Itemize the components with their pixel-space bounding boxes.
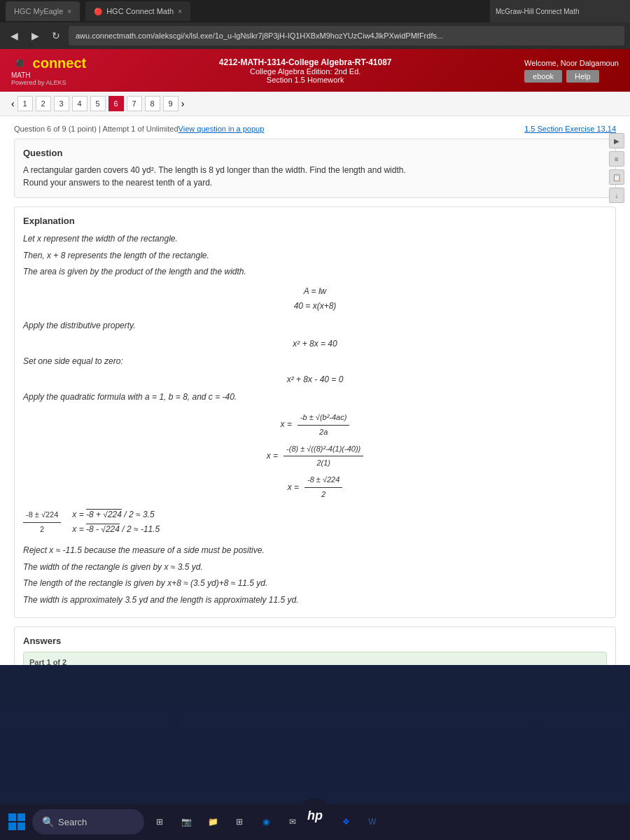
tab-close-icon[interactable]: × xyxy=(67,8,71,15)
course-code: 4212-MATH-1314-College Algebra-RT-41087 xyxy=(219,57,392,67)
step-5: Set one side equal to zero: xyxy=(23,354,607,370)
length-note: The length of the rectangle is given by … xyxy=(23,576,607,592)
welcome-area: Welcome, Noor Dalgamoun ebook Help xyxy=(524,59,619,83)
summary-note: The width is approximately 3.5 yd and th… xyxy=(23,593,607,608)
tab-mcgraw[interactable]: McGraw-Hill Connect Math xyxy=(496,8,579,15)
page-7[interactable]: 7 xyxy=(127,96,142,111)
connect-math-subtitle: MATH xyxy=(11,71,86,79)
refresh-button[interactable]: ↻ xyxy=(48,27,64,44)
sidebar-icon-2[interactable]: ≡ xyxy=(609,151,624,167)
question-body: A rectangular garden covers 40 yd². The … xyxy=(23,165,406,175)
url-text: awu.connectmath.com/alekscgi/x/lsl.exe/1… xyxy=(76,31,443,40)
sol-positive: x = -8 + √224 / 2 ≈ 3.5 x = -8 - √224 / … xyxy=(72,507,160,538)
answers-title: Answers xyxy=(23,636,607,646)
help-button[interactable]: Help xyxy=(566,70,599,83)
connect-header: ◾ connect MATH Powered by ALEKS 4212-MAT… xyxy=(0,49,630,92)
round-instruction: Round your answers to the nearest tenth … xyxy=(23,178,212,188)
page-2[interactable]: 2 xyxy=(36,96,51,111)
pagination-bar: ‹ 1 2 3 4 5 6 7 8 9 › xyxy=(0,92,630,116)
tab-hgc-myeagle[interactable]: HGC MyEagle × xyxy=(6,1,80,21)
question-text: A rectangular garden covers 40 yd². The … xyxy=(23,164,607,189)
step-3: The area is given by the product of the … xyxy=(23,265,607,280)
search-label: Search xyxy=(58,817,87,827)
folder-button[interactable]: 📁 xyxy=(202,811,224,833)
connect-logo: ◾ connect MATH Powered by ALEKS xyxy=(11,55,86,86)
formula-area: A = lw 40 = x(x+8) xyxy=(23,284,607,314)
next-page-btn[interactable]: › xyxy=(181,98,185,109)
reject-note: Reject x ≈ -11.5 because the measure of … xyxy=(23,543,607,559)
connect-math-page: ◾ connect MATH Powered by ALEKS 4212-MAT… xyxy=(0,49,630,665)
answers-box: Answers Part 1 of 2 The length is approx… xyxy=(14,626,616,665)
sidebar-icon-1[interactable]: ▶ xyxy=(609,133,624,148)
question-title: Question xyxy=(23,148,607,158)
browser-content: ◾ connect MATH Powered by ALEKS 4212-MAT… xyxy=(0,49,630,665)
answer-part1: Part 1 of 2 The length is approximately … xyxy=(23,652,607,665)
page-1[interactable]: 1 xyxy=(18,96,33,111)
question-meta: Question 6 of 9 (1 point) | Attempt 1 of… xyxy=(14,125,178,133)
question-box: Question A rectangular garden covers 40 … xyxy=(14,139,616,198)
sidebar-icon-4[interactable]: ↓ xyxy=(609,188,624,203)
part1-label: Part 1 of 2 xyxy=(29,658,601,665)
step-expand: x² + 8x = 40 xyxy=(23,337,607,352)
powered-by: Powered by ALEKS xyxy=(11,79,86,86)
course-info: 4212-MATH-1314-College Algebra-RT-41087 … xyxy=(219,57,392,84)
sidebar-icon-3[interactable]: 📋 xyxy=(609,169,624,185)
page-5[interactable]: 5 xyxy=(90,96,106,111)
tab-connect-math[interactable]: 🔴 HGC Connect Math × xyxy=(85,1,190,21)
course-name: College Algebra Edition: 2nd Ed. xyxy=(219,67,392,76)
page-3[interactable]: 3 xyxy=(54,96,69,111)
taskbar-search[interactable]: 🔍 Search xyxy=(32,809,144,834)
quadratic-formula: x = -b ± √(b²-4ac) 2a x = -(8) ± √((8)²-… xyxy=(23,411,607,502)
step-6: Apply the quadratic formula with a = 1, … xyxy=(23,390,607,405)
word-button[interactable]: W xyxy=(361,811,384,833)
hp-logo: hp xyxy=(298,798,332,833)
section-ref[interactable]: 1.5 Section Exercise 13,14 xyxy=(524,125,616,133)
step-2: Then, x + 8 represents the length of the… xyxy=(23,248,607,264)
start-button[interactable] xyxy=(6,811,28,833)
connect-brand: ◾ connect xyxy=(11,55,86,71)
question-header: Question 6 of 9 (1 point) | Attempt 1 of… xyxy=(14,125,616,133)
tab-close-icon2[interactable]: × xyxy=(178,8,182,15)
tab-icon: 🔴 xyxy=(94,8,102,15)
width-note: The width of the rectangle is given by x… xyxy=(23,560,607,575)
search-icon: 🔍 xyxy=(42,816,54,827)
edge-button[interactable]: ◉ xyxy=(255,811,277,833)
prev-page-btn[interactable]: ‹ xyxy=(11,98,15,109)
page-9[interactable]: 9 xyxy=(163,96,178,111)
page-4[interactable]: 4 xyxy=(72,96,88,111)
ebook-button[interactable]: ebook xyxy=(524,70,562,83)
taskbar: 🔍 Search ⊞ 📷 📁 ⊞ ◉ ✉ ✗ ❖ W hp xyxy=(0,804,630,840)
explanation-box: Explanation Let x represent the width of… xyxy=(14,206,616,618)
tab-label: HGC Connect Math xyxy=(106,7,174,15)
step-4: Apply the distributive property. xyxy=(23,318,607,334)
step-1: Let x represent the width of the rectang… xyxy=(23,232,607,247)
address-bar[interactable]: awu.connectmath.com/alekscgi/x/lsl.exe/1… xyxy=(69,26,624,46)
page-6[interactable]: 6 xyxy=(108,96,124,111)
tab-label: HGC MyEagle xyxy=(14,7,63,15)
step-zero: x² + 8x - 40 = 0 xyxy=(23,372,607,388)
explanation-title: Explanation xyxy=(23,216,607,226)
welcome-text: Welcome, Noor Dalgamoun xyxy=(524,59,619,67)
apps-button[interactable]: ⊞ xyxy=(228,811,251,833)
sol-frac: -8 ± √224 2 xyxy=(23,508,61,537)
windows-logo xyxy=(8,813,25,830)
solutions: -8 ± √224 2 x = -8 + √224 / 2 ≈ 3.5 x = … xyxy=(23,507,607,538)
taskview-button[interactable]: ⊞ xyxy=(148,811,171,833)
browser-controls: ◀ ▶ ↻ awu.connectmath.com/alekscgi/x/lsl… xyxy=(0,22,630,49)
explanation-content: Let x represent the width of the rectang… xyxy=(23,232,607,608)
back-button[interactable]: ◀ xyxy=(6,27,22,44)
view-popup-link[interactable]: View question in a popup xyxy=(178,125,265,133)
question-area: Question 6 of 9 (1 point) | Attempt 1 of… xyxy=(0,116,630,665)
video-button[interactable]: 📷 xyxy=(175,811,197,833)
section-label: Section 1.5 Homework xyxy=(219,76,392,84)
right-sidebar: ▶ ≡ 📋 ↓ xyxy=(609,133,624,203)
forward-button[interactable]: ▶ xyxy=(27,27,43,44)
dropbox-button[interactable]: ❖ xyxy=(335,811,357,833)
page-8[interactable]: 8 xyxy=(145,96,160,111)
